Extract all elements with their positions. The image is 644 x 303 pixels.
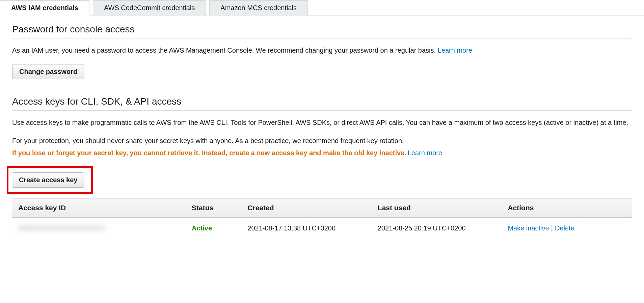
status-badge: Active (192, 224, 212, 232)
tab-codecommit-credentials[interactable]: AWS CodeCommit credentials (93, 0, 206, 16)
password-section-title: Password for console access (12, 24, 632, 38)
create-access-key-button[interactable]: Create access key (12, 172, 84, 188)
make-inactive-link[interactable]: Make inactive (508, 224, 549, 232)
access-keys-description-1: Use access keys to make programmatic cal… (12, 117, 632, 128)
access-keys-learn-more-link[interactable]: Learn more (408, 149, 442, 157)
password-section-description: As an IAM user, you need a password to a… (12, 45, 632, 55)
change-password-button[interactable]: Change password (12, 64, 84, 79)
password-learn-more-link[interactable]: Learn more (438, 47, 472, 54)
access-keys-table: Access key ID Status Created Last used A… (12, 198, 632, 239)
access-keys-section-title: Access keys for CLI, SDK, & API access (12, 96, 632, 111)
tab-iam-credentials[interactable]: AWS IAM credentials (0, 0, 89, 16)
access-keys-warning: If you lose or forget your secret key, y… (12, 149, 406, 157)
col-created: Created (241, 198, 372, 218)
create-access-key-highlight: Create access key (7, 166, 93, 194)
col-access-key-id: Access key ID (12, 198, 186, 218)
col-last-used: Last used (372, 198, 502, 218)
col-status: Status (186, 198, 241, 218)
access-keys-description-2: For your protection, you should never sh… (12, 136, 632, 146)
created-value: 2021-08-17 13:38 UTC+0200 (241, 218, 372, 239)
table-row: AKIAXXXXXXXXXXXXXXXX Active 2021-08-17 1… (12, 218, 632, 239)
delete-link[interactable]: Delete (555, 224, 574, 232)
access-key-id-value: AKIAXXXXXXXXXXXXXXXX (18, 224, 106, 232)
tab-mcs-credentials[interactable]: Amazon MCS credentials (209, 0, 308, 16)
last-used-value: 2021-08-25 20:19 UTC+0200 (372, 218, 502, 239)
col-actions: Actions (502, 198, 632, 218)
